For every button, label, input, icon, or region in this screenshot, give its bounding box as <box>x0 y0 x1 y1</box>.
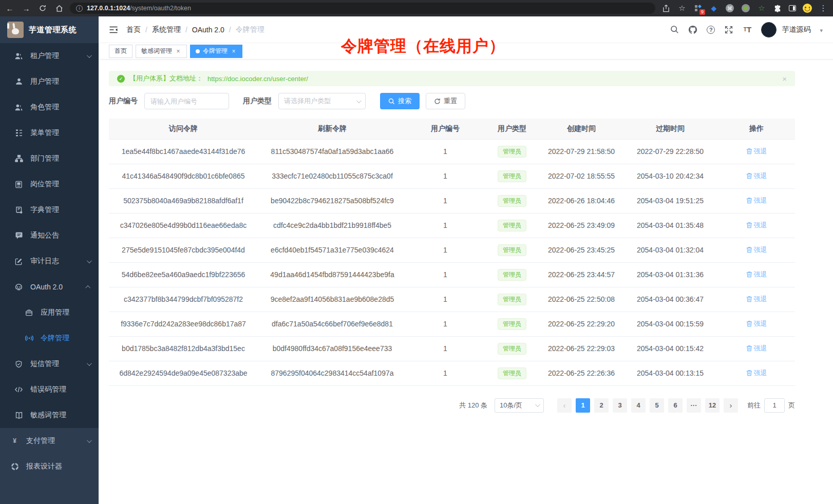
search-button[interactable]: 搜索 <box>380 93 420 109</box>
close-icon[interactable] <box>231 48 237 55</box>
browser-home-icon[interactable] <box>54 4 64 13</box>
force-logout-button[interactable]: 强退 <box>746 171 767 181</box>
cell-expires: 2054-03-10 20:42:34 <box>622 164 718 188</box>
sidebar-item-audit[interactable]: 审计日志 <box>0 248 99 274</box>
close-icon[interactable] <box>175 48 181 55</box>
sidebar-item-post[interactable]: 岗位管理 <box>0 171 99 197</box>
next-page-button[interactable] <box>724 398 738 413</box>
page-button-3[interactable]: 3 <box>613 398 627 413</box>
page-more-button[interactable]: ··· <box>687 398 701 413</box>
extension-command-icon[interactable] <box>725 4 734 13</box>
user-type-select[interactable]: 请选择用户类型 <box>278 93 366 109</box>
sidebar-item-sensitive[interactable]: 敏感词管理 <box>0 402 99 428</box>
tab-token[interactable]: 令牌管理 <box>190 45 242 58</box>
reset-button[interactable]: 重置 <box>426 93 465 109</box>
user-type-badge: 管理员 <box>498 367 526 379</box>
doc-link[interactable]: https://doc.iocoder.cn/user-center/ <box>207 75 308 83</box>
extension-star-icon[interactable] <box>757 4 766 13</box>
extensions-puzzle-icon[interactable] <box>773 4 782 13</box>
browser-back-icon[interactable] <box>5 4 14 13</box>
help-icon[interactable] <box>707 26 715 34</box>
bookmark-star-icon[interactable] <box>677 4 687 13</box>
extension-recorder-icon[interactable] <box>741 4 750 13</box>
app-logo-row[interactable]: 芋道管理系统 <box>0 16 99 43</box>
browser-reload-icon[interactable] <box>38 4 47 13</box>
sidebar-item-pay[interactable]: ¥ 支付管理 <box>0 428 99 454</box>
sidebar-item-dict[interactable]: 字典管理 <box>0 197 99 223</box>
sidebar-item-oauth-token[interactable]: 令牌管理 <box>0 325 99 351</box>
force-logout-button[interactable]: 强退 <box>746 344 767 353</box>
site-info-icon[interactable] <box>76 5 83 12</box>
extension-gem-icon[interactable] <box>709 4 718 13</box>
sidebar-item-oauth[interactable]: OAuth 2.0 <box>0 274 99 300</box>
force-logout-button[interactable]: 强退 <box>746 245 767 255</box>
page-content: 【用户体系】文档地址： https://doc.iocoder.cn/user-… <box>109 71 795 413</box>
page-button-4[interactable]: 4 <box>631 398 646 413</box>
tab-home[interactable]: 首页 <box>109 45 132 58</box>
sidebar-fold-icon[interactable] <box>109 25 118 34</box>
sidebar-item-errcode[interactable]: 错误码管理 <box>0 377 99 402</box>
fullscreen-icon[interactable] <box>724 25 733 34</box>
page-button-12[interactable]: 12 <box>705 398 720 413</box>
sidebar-item-notice[interactable]: 通知公告 <box>0 223 99 248</box>
sidebar-item-dept[interactable]: 部门管理 <box>0 146 99 171</box>
sidebar-item-report[interactable]: 报表设计器 <box>0 454 99 479</box>
sidebar-item-tenant[interactable]: 租户管理 <box>0 43 99 69</box>
sidebar-item-menu[interactable]: 菜单管理 <box>0 120 99 146</box>
github-icon[interactable] <box>688 25 697 34</box>
cell-created: 2022-06-25 23:44:57 <box>540 262 622 287</box>
prev-page-button[interactable] <box>557 398 572 413</box>
cell-refresh-token: 8796295f04064c2983414cc54af1097a <box>258 361 407 385</box>
tab-sensitive-word[interactable]: 敏感词管理 <box>136 45 187 58</box>
address-bar[interactable]: 127.0.0.1:1024/system/oauth2/token <box>70 3 655 14</box>
breadcrumb-home[interactable]: 首页 <box>126 25 141 34</box>
active-dot <box>196 49 200 53</box>
cell-user-id: 1 <box>407 287 484 312</box>
cell-created: 2022-06-25 22:50:08 <box>540 287 622 312</box>
goto-page-input[interactable] <box>764 398 785 413</box>
page-button-1[interactable]: 1 <box>576 398 590 413</box>
side-panel-icon[interactable] <box>789 5 796 11</box>
search-icon[interactable] <box>670 25 679 34</box>
trash-icon <box>746 222 752 228</box>
force-logout-button[interactable]: 强退 <box>746 221 767 230</box>
code-icon <box>14 385 23 394</box>
share-icon[interactable] <box>661 4 671 13</box>
user-id-input[interactable] <box>144 93 229 109</box>
browser-menu-icon[interactable] <box>819 4 828 13</box>
force-logout-button[interactable]: 强退 <box>746 270 767 279</box>
user-type-badge: 管理员 <box>498 146 526 158</box>
breadcrumb-system[interactable]: 系统管理 <box>152 25 181 34</box>
sidebar-item-oauth-app[interactable]: 应用管理 <box>0 300 99 325</box>
shield-icon <box>14 360 23 369</box>
cell-created: 2022-06-26 18:04:46 <box>540 188 622 213</box>
table-row: f9336e7c7dd242a283ee98dc86b17a87 dfa6c71… <box>109 312 795 336</box>
sidebar-item-role[interactable]: 角色管理 <box>0 94 99 120</box>
force-logout-button[interactable]: 强退 <box>746 319 767 328</box>
force-logout-button[interactable]: 强退 <box>746 147 767 156</box>
user-type-label: 用户类型 <box>243 96 272 106</box>
sidebar-item-user[interactable]: 用户管理 <box>0 69 99 94</box>
user-type-badge: 管理员 <box>498 269 526 281</box>
force-logout-button[interactable]: 强退 <box>746 295 767 304</box>
cell-refresh-token: b0df4980ffd34c67a08f9156e4eee733 <box>258 336 407 361</box>
profile-avatar[interactable] <box>803 4 812 13</box>
page-button-5[interactable]: 5 <box>650 398 664 413</box>
cell-access-token: b0d1785bc3a8482f812db4a3f3bd15ec <box>109 336 258 361</box>
cell-expires: 2054-03-04 19:51:25 <box>622 188 718 213</box>
page-size-select[interactable]: 10条/页 <box>495 398 544 413</box>
sidebar-item-sms[interactable]: 短信管理 <box>0 351 99 377</box>
font-size-icon[interactable] <box>743 25 752 34</box>
username[interactable]: 芋道源码 <box>782 25 810 34</box>
force-logout-button[interactable]: 强退 <box>746 369 767 378</box>
caret-down-icon[interactable] <box>820 25 823 34</box>
alert-close-icon[interactable] <box>782 74 787 83</box>
page-button-2[interactable]: 2 <box>594 398 609 413</box>
force-logout-button[interactable]: 强退 <box>746 196 767 205</box>
browser-forward-icon[interactable] <box>22 4 31 13</box>
extension-tabs-icon[interactable]: 9 <box>693 4 703 13</box>
breadcrumb-oauth[interactable]: OAuth 2.0 <box>192 26 224 34</box>
user-avatar[interactable] <box>761 22 777 37</box>
cell-user-id: 1 <box>407 312 484 336</box>
page-button-6[interactable]: 6 <box>668 398 683 413</box>
